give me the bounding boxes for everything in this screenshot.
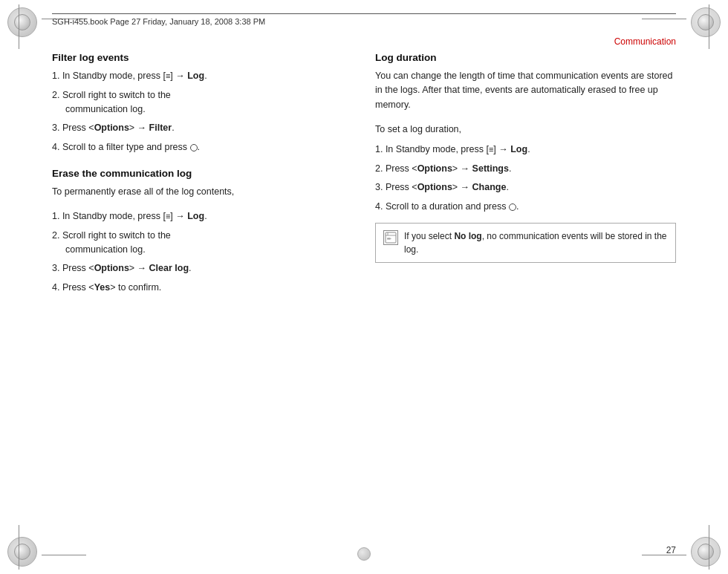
erase-step-3: 3. Press <Options> → Clear log.: [52, 261, 353, 275]
filter-log-heading: Filter log events: [52, 52, 353, 63]
filter-step-1: 1. In Standby mode, press [≡] → Log.: [52, 69, 353, 83]
crosshair-bl-h: [42, 555, 86, 555]
erase-log-intro: To permanently erase all of the log cont…: [52, 185, 353, 199]
page-header: Communication: [614, 36, 676, 47]
log-duration-section: Log duration You can change the length o…: [375, 52, 676, 263]
log-duration-intro: You can change the length of time that c…: [375, 69, 676, 112]
filter-step-2: 2. Scroll right to switch to the communi…: [52, 88, 353, 117]
corner-decoration-br: [688, 534, 724, 570]
note-box: ✏ If you select No log, no communication…: [375, 223, 676, 263]
erase-log-heading: Erase the communication log: [52, 168, 353, 179]
bottom-center-decoration: [357, 547, 371, 561]
page-number: 27: [666, 545, 676, 555]
top-bar: SGH-i455.book Page 27 Friday, January 18…: [52, 13, 676, 26]
log-duration-sub-intro: To set a log duration,: [375, 123, 676, 137]
header-line: SGH-i455.book Page 27 Friday, January 18…: [52, 17, 265, 26]
main-content: Filter log events 1. In Standby mode, pr…: [52, 52, 676, 529]
filter-step-4: 4. Scroll to a filter type and press .: [52, 140, 353, 154]
svg-text:✏: ✏: [387, 236, 391, 241]
note-icon: ✏: [383, 230, 398, 245]
corner-decoration-bl: [4, 534, 40, 570]
corner-decoration-tr: [688, 4, 724, 40]
filter-log-section: Filter log events 1. In Standby mode, pr…: [52, 52, 353, 154]
corner-decoration-tl: [4, 4, 40, 40]
right-column: Log duration You can change the length o…: [375, 52, 676, 529]
crosshair-br-h: [642, 555, 686, 555]
left-column: Filter log events 1. In Standby mode, pr…: [52, 52, 353, 529]
erase-step-4: 4. Press <Yes> to confirm.: [52, 281, 353, 295]
log-duration-step-3: 3. Press <Options> → Change.: [375, 180, 676, 195]
filter-step-3: 3. Press <Options> → Filter.: [52, 121, 353, 135]
section-title: Communication: [614, 36, 676, 47]
erase-step-2: 2. Scroll right to switch to the communi…: [52, 229, 353, 257]
log-duration-step-4: 4. Scroll to a duration and press .: [375, 200, 676, 214]
erase-step-1: 1. In Standby mode, press [≡] → Log.: [52, 209, 353, 224]
note-text: If you select No log, no communication e…: [404, 229, 668, 256]
erase-log-section: Erase the communication log To permanent…: [52, 168, 353, 295]
crosshair-tr-v: [709, 4, 709, 49]
crosshair-br-v: [709, 525, 709, 570]
crosshair-tl-v: [19, 4, 19, 49]
log-duration-step-2: 2. Press <Options> → Settings.: [375, 162, 676, 176]
crosshair-bl-v: [19, 525, 19, 570]
log-duration-heading: Log duration: [375, 52, 676, 63]
log-duration-step-1: 1. In Standby mode, press [≡] → Log.: [375, 143, 676, 157]
